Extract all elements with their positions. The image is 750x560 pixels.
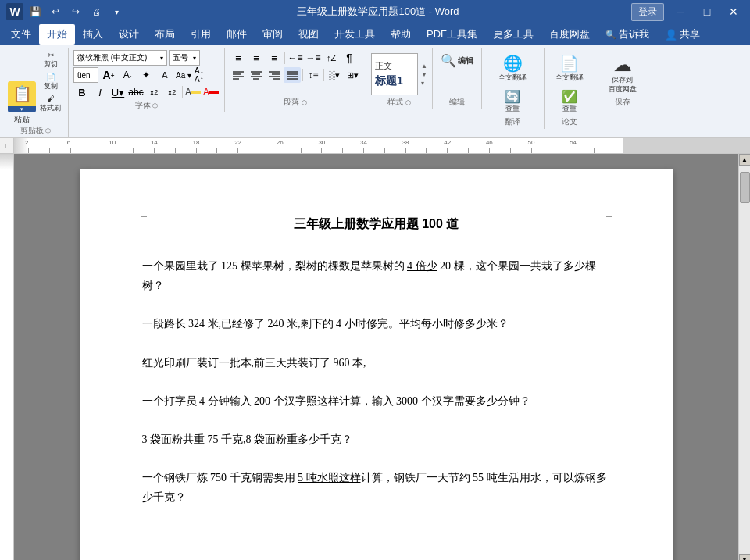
menu-more-tools[interactable]: 更多工具: [485, 24, 541, 45]
char-style-button[interactable]: Aa ▾: [175, 67, 192, 83]
superscript-button[interactable]: x2: [163, 84, 180, 100]
restore-button[interactable]: □: [697, 2, 717, 22]
border-button[interactable]: ⊞▾: [344, 67, 361, 83]
menu-mailings[interactable]: 邮件: [219, 24, 255, 45]
menu-bar: 文件 开始 插入 设计 布局 引用 邮件 审阅 视图 开发工具 帮助 PDF工具…: [0, 23, 750, 45]
translation-label: 翻译: [505, 116, 520, 129]
decrease-indent-button[interactable]: ←≡: [287, 50, 304, 66]
align-center-button[interactable]: [248, 67, 265, 83]
save-quick-btn[interactable]: 💾: [27, 3, 44, 20]
styles-preview[interactable]: 正文 标题1: [371, 53, 418, 95]
paper-recheck-button[interactable]: ✅ 查重: [549, 87, 590, 116]
minimize-button[interactable]: ─: [670, 2, 691, 22]
increase-indent-button[interactable]: →≡: [305, 50, 322, 66]
align-right-button[interactable]: [266, 67, 283, 83]
font-label: 字体 ⬡: [135, 100, 159, 112]
multilevel-list-button[interactable]: ≡: [266, 50, 283, 66]
menu-design[interactable]: 设计: [111, 24, 147, 45]
styles-label: 样式 ⬡: [388, 97, 411, 109]
styles-expand[interactable]: ▾: [421, 80, 427, 87]
title-bar-quick-access: W 💾 ↩ ↪ 🖨 ▾: [6, 3, 125, 20]
close-button[interactable]: ✕: [723, 2, 744, 22]
save-group: ☁ 保存到百度网盘 保存: [595, 48, 650, 109]
paragraph-5: 3 袋面粉共重 75 千克,8 袋面粉重多少千克？: [142, 430, 611, 449]
menu-references[interactable]: 引用: [183, 24, 219, 45]
editing-label: 编辑: [449, 97, 465, 109]
justify-button[interactable]: [284, 67, 301, 83]
menu-home[interactable]: 开始: [39, 24, 75, 45]
redo-btn[interactable]: ↪: [67, 3, 84, 20]
menu-pdf[interactable]: PDF工具集: [419, 24, 485, 45]
strikethrough-button[interactable]: abc: [127, 84, 145, 100]
vertical-scrollbar[interactable]: ▲ ▼: [738, 154, 750, 560]
bold-button[interactable]: B: [73, 84, 91, 100]
underline-span-1: 4 倍少: [407, 260, 438, 272]
paragraph-1: 一个果园里栽了 125 棵苹果树，梨树的棵数是苹果树的 4 倍少 20 棵，这个…: [142, 256, 611, 295]
clear-format-button[interactable]: ✦: [138, 67, 155, 83]
find-button[interactable]: 🔍 编辑: [438, 52, 477, 70]
ruler-corner[interactable]: L: [0, 138, 14, 154]
menu-review[interactable]: 审阅: [255, 24, 291, 45]
editing-group: 🔍 编辑 编辑: [433, 48, 482, 109]
scroll-down-button[interactable]: ▼: [739, 554, 751, 560]
font-color-button[interactable]: A: [202, 84, 220, 100]
format-painter-button[interactable]: 🖌 格式刷: [38, 94, 63, 114]
font-name-selector[interactable]: 微软雅黑 (中文正文) ▾: [73, 50, 167, 66]
line-spacing-button[interactable]: ↕≡: [305, 67, 322, 83]
save-label: 保存: [615, 97, 630, 109]
menu-share[interactable]: 👤共享: [657, 24, 708, 45]
numbered-list-button[interactable]: ≡: [248, 50, 265, 66]
decrease-font-button[interactable]: A-: [119, 67, 136, 83]
horizontal-ruler: 26101418222630343842465054: [14, 138, 750, 154]
scroll-track[interactable]: [739, 166, 751, 554]
shading-button[interactable]: ░▾: [326, 67, 343, 83]
menu-developer[interactable]: 开发工具: [327, 24, 383, 45]
styles-scroll-down[interactable]: ▼: [421, 71, 427, 78]
undo-btn[interactable]: ↩: [47, 3, 64, 20]
italic-button[interactable]: I: [91, 84, 109, 100]
full-translate-button[interactable]: 🌐 全文翻译: [489, 52, 536, 85]
customize-btn[interactable]: ▾: [108, 3, 125, 20]
menu-layout[interactable]: 布局: [147, 24, 183, 45]
paper-full-translate-button[interactable]: 📄 全文翻译: [549, 52, 590, 85]
show-marks-button[interactable]: ¶: [341, 50, 358, 66]
subscript-button[interactable]: x2: [145, 84, 162, 100]
underline-span-2: 5 吨水照这样: [298, 472, 361, 483]
ruler-area: L 26101418222630343842465054: [0, 138, 750, 154]
underline-button[interactable]: U▾: [109, 84, 127, 100]
sort-button[interactable]: ↑Z: [323, 50, 340, 66]
cut-button[interactable]: ✂ 剪切: [38, 50, 63, 70]
document-area[interactable]: 三年级上册数学应用题 100 道 一个果园里栽了 125 棵苹果树，梨树的棵数是…: [14, 154, 738, 560]
ribbon: 📋 ▾ 粘贴 ✂ 剪切 📄 复制 🖌 格式刷 剪贴板 ⬡: [0, 45, 750, 138]
paper-group: 📄 全文翻译 ✅ 查重 论文: [545, 48, 595, 129]
big-small-button[interactable]: A↓ A↑: [194, 67, 211, 83]
menu-view[interactable]: 视图: [291, 24, 327, 45]
window-title: 三年级上册数学应用题100道 - Word: [125, 5, 631, 19]
clipboard-group: 📋 ▾ 粘贴 ✂ 剪切 📄 复制 🖌 格式刷 剪贴板 ⬡: [3, 48, 69, 137]
highlight-button[interactable]: A: [184, 84, 202, 100]
menu-help[interactable]: 帮助: [383, 24, 419, 45]
scroll-up-button[interactable]: ▲: [739, 154, 751, 166]
menu-tell-me[interactable]: 🔍告诉我: [598, 24, 657, 45]
copy-button[interactable]: 📄 复制: [38, 72, 63, 92]
increase-font-button[interactable]: A+: [100, 67, 117, 83]
app-icon: W: [6, 3, 23, 20]
login-button[interactable]: 登录: [631, 3, 664, 21]
styles-scroll-up[interactable]: ▲: [421, 62, 427, 70]
paste-button[interactable]: 📋 ▾ 粘贴: [8, 81, 36, 125]
styles-group: 正文 标题1 ▲ ▼ ▾ 样式 ⬡: [366, 48, 433, 109]
paragraph-4: 一个打字员 4 分钟输入 200 个汉字照这样计算，输入 3000 个汉字需要多…: [142, 391, 611, 411]
save-baidu-button[interactable]: ☁ 保存到百度网盘: [602, 52, 643, 96]
menu-file[interactable]: 文件: [3, 24, 39, 45]
bullet-list-button[interactable]: ≡: [230, 50, 247, 66]
align-left-button[interactable]: [230, 67, 247, 83]
menu-insert[interactable]: 插入: [75, 24, 111, 45]
font-size-selector[interactable]: 五号 ▾: [169, 50, 200, 66]
scroll-thumb[interactable]: [740, 172, 750, 203]
menu-baidu-drive[interactable]: 百度网盘: [541, 24, 598, 45]
quick-print-btn[interactable]: 🖨: [88, 3, 105, 20]
vertical-ruler: [0, 154, 14, 560]
char-shade-button[interactable]: A: [156, 67, 173, 83]
paragraph-2: 一段路长 324 米,已经修了 240 米,剩下的 4 小时修完。平均每小时修多…: [142, 314, 611, 334]
recheck-button[interactable]: 🔄 查重: [489, 87, 536, 116]
